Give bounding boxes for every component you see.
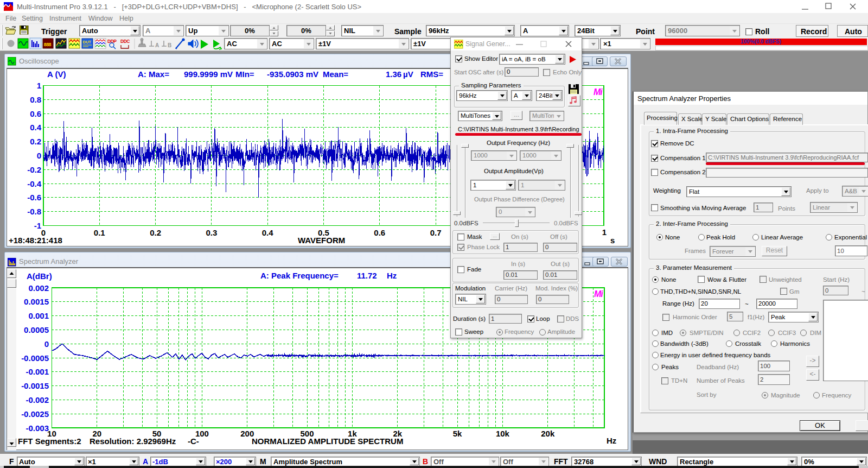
svg-text:+18:48:21:418: +18:48:21:418 — [9, 236, 62, 245]
svg-text:Hz: Hz — [387, 271, 397, 280]
svg-text:0: 0 — [37, 151, 41, 160]
svg-text:10k: 10k — [496, 429, 510, 438]
svg-text:0.4: 0.4 — [262, 228, 274, 237]
svg-text:-0.0005: -0.0005 — [21, 353, 49, 363]
svg-text:1: 1 — [37, 81, 41, 90]
svg-text:A: A — [155, 42, 159, 48]
svg-text:s: s — [610, 236, 615, 245]
svg-text:A: Max=: A: Max= — [138, 69, 169, 79]
svg-text:A (V): A (V) — [47, 69, 66, 79]
svg-text:-1: -1 — [34, 221, 41, 230]
svg-text:0.8: 0.8 — [30, 95, 41, 104]
svg-text:0.6: 0.6 — [30, 109, 41, 118]
svg-text:Mi: Mi — [594, 289, 603, 299]
svg-text:-0.0025: -0.0025 — [21, 409, 49, 419]
svg-text:-0.0015: -0.0015 — [21, 381, 49, 390]
svg-text:A: Peak Frequency=: A: Peak Frequency= — [260, 271, 339, 280]
svg-text:1: 1 — [602, 227, 607, 237]
svg-text:-0.001: -0.001 — [25, 367, 49, 376]
svg-text:0.4: 0.4 — [30, 123, 42, 132]
svg-text:Resolution: 2.92969Hz: Resolution: 2.92969Hz — [90, 437, 176, 446]
svg-text:B: B — [168, 42, 171, 48]
svg-text:-0.002: -0.002 — [25, 395, 49, 404]
svg-text:-0.003: -0.003 — [25, 423, 49, 433]
svg-text:-0.4: -0.4 — [27, 179, 42, 188]
svg-text:WAVEFORM: WAVEFORM — [298, 236, 345, 245]
svg-text:µV: µV — [403, 69, 413, 79]
svg-text:0.1: 0.1 — [94, 228, 105, 237]
svg-text:0.3: 0.3 — [206, 228, 217, 237]
svg-text:-0.8: -0.8 — [27, 207, 41, 216]
svg-text:0.002: 0.002 — [28, 283, 49, 293]
svg-text:0.6: 0.6 — [374, 228, 385, 237]
svg-text:Mean=: Mean= — [323, 69, 348, 79]
svg-text:0.2: 0.2 — [30, 137, 41, 146]
svg-text:20k: 20k — [541, 429, 555, 438]
svg-text:-0.2: -0.2 — [27, 165, 41, 174]
svg-text:RMS=: RMS= — [420, 69, 443, 79]
svg-text:0.2: 0.2 — [150, 228, 161, 237]
svg-text:888: 888 — [44, 42, 52, 48]
svg-text:5k: 5k — [453, 429, 462, 438]
svg-text:0.7: 0.7 — [430, 228, 442, 237]
svg-text:A(dBr): A(dBr) — [27, 271, 52, 281]
svg-text:DUT: DUT — [83, 40, 92, 45]
svg-text:0.0005: 0.0005 — [24, 325, 49, 334]
svg-text:1.36: 1.36 — [386, 69, 401, 79]
svg-text:0.001: 0.001 — [28, 311, 49, 320]
svg-text:-0.6: -0.6 — [27, 193, 41, 202]
svg-text:NORMALIZED AMPLITUDE SPECTRUM: NORMALIZED AMPLITUDE SPECTRUM — [252, 437, 403, 446]
svg-text:FFT Segments:2: FFT Segments:2 — [18, 437, 81, 446]
svg-text:11.72: 11.72 — [357, 271, 377, 280]
svg-text:DDC: DDC — [120, 39, 130, 44]
svg-text:MIn=: MIn= — [235, 69, 254, 79]
svg-text:0: 0 — [44, 339, 49, 349]
svg-text:-C-: -C- — [188, 437, 199, 446]
svg-text:Mi: Mi — [593, 87, 603, 97]
svg-text:Hz: Hz — [607, 436, 616, 445]
svg-text:999.9999 mV: 999.9999 mV — [184, 69, 233, 79]
svg-text:-935.0903 mV: -935.0903 mV — [267, 69, 318, 79]
svg-text:0.0015: 0.0015 — [24, 297, 49, 306]
